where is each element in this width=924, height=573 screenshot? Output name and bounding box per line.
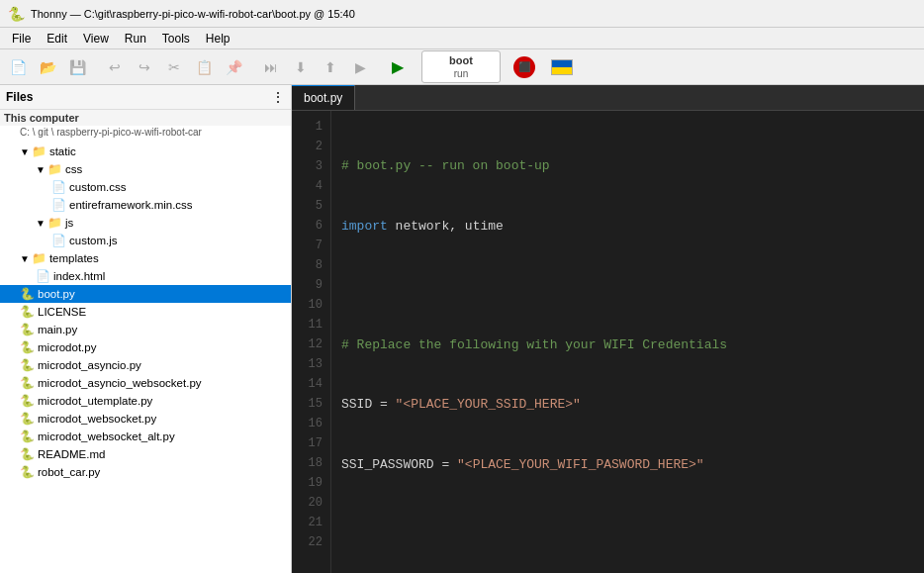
- menu-item-view[interactable]: View: [75, 30, 117, 48]
- undo-button[interactable]: ↩: [101, 53, 129, 81]
- tree-item-microdot-utemplate[interactable]: 🐍 microdot_utemplate.py: [0, 392, 291, 410]
- file-icon-main-py: 🐍: [20, 323, 35, 336]
- file-icon-entireframework: 📄: [51, 198, 66, 212]
- tree-label-microdot-ws-alt: microdot_websocket_alt.py: [38, 430, 175, 442]
- resume-button[interactable]: ▶: [346, 53, 374, 81]
- boot-run-bottom-label: run: [454, 67, 468, 80]
- save-button[interactable]: 💾: [63, 53, 91, 81]
- tree-label-templates: templates: [49, 252, 99, 264]
- folder-icon-static: 📁: [32, 144, 46, 158]
- tree-item-microdot-ws[interactable]: 🐍 microdot_websocket.py: [0, 410, 291, 428]
- step-out-button[interactable]: ⬆: [317, 53, 344, 81]
- tree-item-main-py[interactable]: 🐍 main.py: [0, 321, 291, 338]
- tree-label-custom-js: custom.js: [69, 235, 118, 246]
- tree-item-microdot-py[interactable]: 🐍 microdot.py: [0, 338, 291, 356]
- code-content[interactable]: # boot.py -- run on boot-up import netwo…: [331, 111, 924, 573]
- code-line-1: # boot.py -- run on boot-up: [341, 156, 914, 176]
- tab-bar: boot.py: [292, 85, 924, 111]
- file-icon-microdot-utemplate: 🐍: [20, 394, 35, 408]
- new-button[interactable]: 📄: [4, 53, 32, 81]
- expand-icon-static: ▼: [20, 146, 30, 157]
- expand-icon-templates: ▼: [20, 253, 30, 264]
- file-icon-license: 🐍: [20, 305, 35, 319]
- computer-section-label: This computer: [0, 110, 291, 126]
- editor-area: boot.py 12345 678910 1112131415 16171819…: [292, 85, 924, 573]
- stop-icon: ⬛: [513, 56, 535, 78]
- menu-item-file[interactable]: File: [4, 30, 39, 48]
- file-icon-microdot-asyncio: 🐍: [20, 358, 35, 372]
- code-editor[interactable]: 12345 678910 1112131415 1617181920 2122 …: [292, 111, 924, 573]
- tree-item-microdot-ws-alt[interactable]: 🐍 microdot_websocket_alt.py: [0, 428, 291, 445]
- tree-item-microdot-asyncio[interactable]: 🐍 microdot_asyncio.py: [0, 356, 291, 374]
- tree-item-custom-css[interactable]: 📄 custom.css: [0, 178, 291, 196]
- tree-item-license[interactable]: 🐍 LICENSE: [0, 303, 291, 321]
- file-icon-custom-js: 📄: [51, 234, 66, 247]
- main-area: Files ⋮ This computer C: \ git \ raspber…: [0, 85, 924, 573]
- folder-icon-css: 📁: [47, 162, 62, 176]
- ukraine-flag-icon: [551, 59, 573, 75]
- redo-button[interactable]: ↪: [131, 53, 158, 81]
- file-icon-custom-css: 📄: [51, 180, 66, 194]
- sidebar-menu-icon[interactable]: ⋮: [271, 89, 285, 105]
- tree-label-robot-car: robot_car.py: [38, 466, 100, 478]
- copy-button[interactable]: 📋: [190, 53, 218, 81]
- tree-label-boot-py: boot.py: [38, 288, 75, 300]
- tree-item-index-html[interactable]: 📄 index.html: [0, 267, 291, 285]
- tree-label-css: css: [65, 163, 82, 175]
- tree-item-entireframework[interactable]: 📄 entireframework.min.css: [0, 196, 291, 214]
- menu-item-tools[interactable]: Tools: [154, 30, 198, 48]
- tab-label-boot-py: boot.py: [304, 91, 342, 105]
- tree-label-readme: README.md: [38, 448, 105, 460]
- tree-item-css[interactable]: ▼ 📁 css: [0, 160, 291, 178]
- file-icon-microdot-ws-alt: 🐍: [20, 430, 35, 443]
- tree-item-robot-car[interactable]: 🐍 robot_car.py: [0, 463, 291, 481]
- file-icon-microdot-asyncio-ws: 🐍: [20, 376, 35, 390]
- stop-button[interactable]: ⬛: [510, 53, 538, 81]
- tree-item-microdot-asyncio-ws[interactable]: 🐍 microdot_asyncio_websocket.py: [0, 374, 291, 392]
- boot-run-button[interactable]: boot run: [421, 50, 501, 83]
- cut-button[interactable]: ✂: [160, 53, 188, 81]
- file-icon-robot-car: 🐍: [20, 465, 35, 479]
- step-over-button[interactable]: ⏭: [257, 53, 285, 81]
- run-button[interactable]: ▶: [384, 53, 412, 81]
- expand-icon-css: ▼: [36, 164, 46, 175]
- files-label: Files: [6, 90, 33, 104]
- tree-label-microdot-ws: microdot_websocket.py: [38, 413, 156, 425]
- sidebar-tree: ▼ 📁 static ▼ 📁 css 📄 custom.css 📄 entire…: [0, 141, 291, 573]
- tree-label-microdot-py: microdot.py: [38, 341, 96, 353]
- tree-item-templates[interactable]: ▼ 📁 templates: [0, 249, 291, 267]
- toolbar: 📄 📂 💾 ↩ ↪ ✂ 📋 📌 ⏭ ⬇ ⬆ ▶ ▶ boot run ⬛: [0, 49, 924, 85]
- tree-item-custom-js[interactable]: 📄 custom.js: [0, 232, 291, 249]
- tab-boot-py[interactable]: boot.py: [292, 85, 355, 110]
- menu-item-help[interactable]: Help: [198, 30, 238, 48]
- tree-item-js[interactable]: ▼ 📁 js: [0, 214, 291, 232]
- menu-item-run[interactable]: Run: [117, 30, 154, 48]
- tree-label-microdot-utemplate: microdot_utemplate.py: [38, 395, 152, 407]
- code-line-2: import network, utime: [341, 217, 914, 237]
- tree-label-microdot-asyncio-ws: microdot_asyncio_websocket.py: [38, 377, 202, 389]
- folder-icon-js: 📁: [47, 216, 62, 230]
- code-line-6: SSI_PASSWORD = "<PLACE_YOUR_WIFI_PASWORD…: [341, 455, 914, 475]
- sidebar: Files ⋮ This computer C: \ git \ raspber…: [0, 85, 292, 573]
- tree-label-license: LICENSE: [38, 306, 86, 318]
- tree-item-boot-py[interactable]: 🐍 boot.py: [0, 285, 291, 303]
- file-icon-microdot-py: 🐍: [20, 340, 35, 354]
- step-into-button[interactable]: ⬇: [287, 53, 315, 81]
- tree-item-static[interactable]: ▼ 📁 static: [0, 143, 291, 160]
- file-icon-microdot-ws: 🐍: [20, 412, 35, 426]
- app-icon: 🐍: [8, 6, 25, 22]
- menu-item-edit[interactable]: Edit: [39, 30, 75, 48]
- folder-icon-templates: 📁: [32, 251, 46, 265]
- sidebar-header: Files ⋮: [0, 85, 291, 110]
- tree-label-static: static: [49, 145, 76, 157]
- menubar: FileEditViewRunToolsHelp: [0, 28, 924, 49]
- code-line-3: [341, 276, 914, 296]
- tree-label-custom-css: custom.css: [69, 181, 127, 193]
- code-line-4: # Replace the following with your WIFI C…: [341, 335, 914, 355]
- open-button[interactable]: 📂: [34, 53, 61, 81]
- paste-button[interactable]: 📌: [220, 53, 247, 81]
- file-icon-readme: 🐍: [20, 447, 35, 461]
- tree-item-readme[interactable]: 🐍 README.md: [0, 445, 291, 463]
- code-line-5: SSID = "<PLACE_YOUR_SSID_HERE>": [341, 395, 914, 415]
- code-line-7: [341, 515, 914, 534]
